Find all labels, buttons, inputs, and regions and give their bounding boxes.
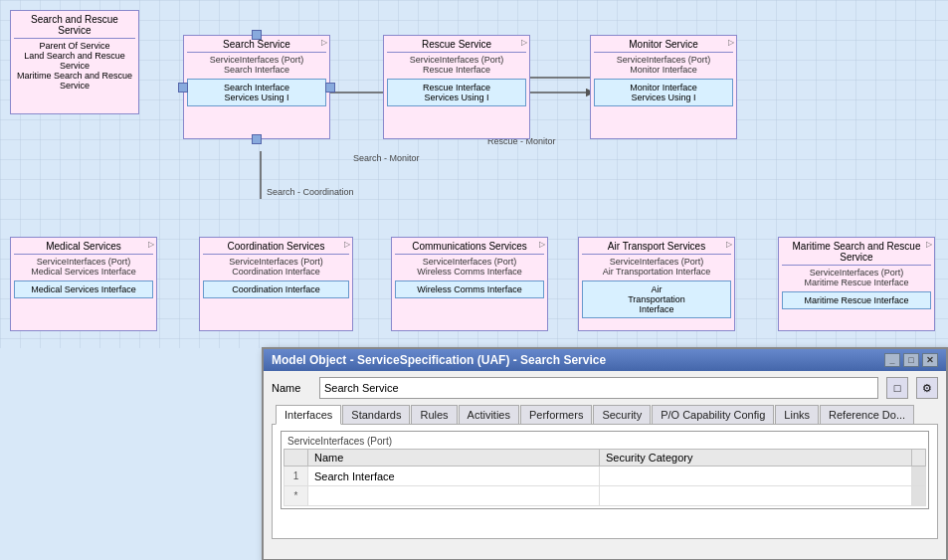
inner-coordination[interactable]: Coordination Interface [203, 280, 349, 298]
box-corner-icon: ▷ [148, 240, 154, 249]
inner-medical[interactable]: Medical Services Interface [14, 280, 153, 298]
tab-reference[interactable]: Reference Do... [820, 405, 914, 424]
modal-body: Name □ ⚙ Interfaces Standards Rules Acti… [264, 371, 946, 545]
box-iface: Rescue Interface [387, 65, 526, 75]
inner-rescue[interactable]: Rescue Interface Services Using I [387, 79, 526, 106]
box-title-search-service: Search Service [187, 39, 326, 53]
col-name: Name [308, 450, 600, 467]
box-iface: Maritime Rescue Interface [782, 278, 931, 287]
box-subtitle: ServiceInterfaces (Port) [582, 257, 731, 267]
box-subtitle: ServiceInterfaces (Port) [187, 55, 326, 65]
inner-comms[interactable]: Wireless Comms Interface [395, 280, 544, 298]
box-corner-icon: ▷ [521, 38, 527, 47]
uml-box-medical-services[interactable]: ▷ Medical Services ServiceInterfaces (Po… [10, 237, 157, 331]
box-subtitle: ServiceInterfaces (Port) [782, 268, 931, 278]
scrollbar-cell-empty [912, 486, 926, 506]
diagram-canvas: Search - Monitor Rescue - Monitor Search… [0, 0, 948, 348]
box-iface: Monitor Interface [594, 65, 733, 75]
name-label: Name [272, 382, 311, 394]
row-security-empty[interactable] [599, 486, 911, 506]
tab-security[interactable]: Security [593, 405, 651, 424]
box-title-medical: Medical Services [14, 241, 153, 255]
box-subtitle: ServiceInterfaces (Port) [387, 55, 526, 65]
box-corner-icon: ▷ [539, 240, 545, 249]
col-num [284, 450, 308, 467]
box-subtitle: ServiceInterfaces (Port) [203, 257, 349, 267]
tab-interfaces[interactable]: Interfaces [276, 405, 341, 425]
box-iface: Air Transportation Interface [582, 267, 731, 277]
service-interfaces-group: ServiceInterfaces (Port) Name Security C… [281, 431, 929, 509]
svg-text:Search - Monitor: Search - Monitor [353, 153, 420, 163]
inner-search[interactable]: Search Interface Services Using I [187, 79, 326, 106]
tab-activities[interactable]: Activities [459, 405, 519, 424]
tab-standards[interactable]: Standards [342, 405, 410, 424]
box-corner-icon: ▷ [926, 240, 932, 249]
row-num-empty: * [284, 486, 308, 506]
box-corner-icon: ▷ [321, 38, 327, 47]
uml-box-search-rescue[interactable]: Search and Rescue Service Parent Of Serv… [10, 10, 139, 114]
tabs-row: Interfaces Standards Rules Activities Pe… [272, 405, 938, 425]
box-item: Parent Of Service [14, 41, 135, 51]
box-title-air-transport: Air Transport Services [582, 241, 731, 255]
box-item: Maritime Search and Rescue Service [14, 71, 135, 91]
table-row-empty[interactable]: * [284, 486, 926, 506]
modal-titlebar: Model Object - ServiceSpecification (UAF… [264, 349, 946, 371]
table-row[interactable]: 1 Search Interface [284, 467, 926, 486]
modal-titlebar-buttons: _ □ ✕ [884, 353, 938, 367]
box-title-coordination: Coordination Services [203, 241, 349, 255]
box-subtitle: ServiceInterfaces (Port) [594, 55, 733, 65]
scrollbar-cell-1 [912, 467, 926, 486]
box-iface: Search Interface [187, 65, 326, 75]
modal-dialog[interactable]: Model Object - ServiceSpecification (UAF… [262, 347, 948, 560]
row-security-1[interactable] [599, 467, 911, 486]
uml-box-maritime-search-rescue[interactable]: ▷ Maritime Search and Rescue Service Ser… [778, 237, 935, 331]
box-title-rescue-service: Rescue Service [387, 39, 526, 53]
anchor-right [325, 83, 335, 93]
name-row: Name □ ⚙ [272, 377, 938, 399]
tab-links[interactable]: Links [775, 405, 819, 424]
tab-po-capability[interactable]: P/O Capability Config [652, 405, 774, 424]
inner-maritime[interactable]: Maritime Rescue Interface [782, 291, 931, 309]
name-input[interactable] [319, 377, 878, 399]
tab-content-interfaces: ServiceInterfaces (Port) Name Security C… [272, 425, 938, 539]
box-subtitle: ServiceInterfaces (Port) [395, 257, 544, 267]
inner-monitor[interactable]: Monitor Interface Services Using I [594, 79, 733, 106]
row-name-empty[interactable] [308, 486, 600, 506]
anchor-left [178, 83, 188, 93]
box-title-search-rescue: Search and Rescue Service [14, 14, 135, 39]
modal-title: Model Object - ServiceSpecification (UAF… [272, 353, 606, 367]
group-title: ServiceInterfaces (Port) [284, 434, 926, 449]
box-title-maritime: Maritime Search and Rescue Service [782, 241, 931, 266]
col-security: Security Category [599, 450, 911, 467]
anchor-top [252, 30, 262, 40]
uml-box-communications-services[interactable]: ▷ Communications Services ServiceInterfa… [391, 237, 548, 331]
row-name-1[interactable]: Search Interface [308, 467, 600, 486]
row-num-1: 1 [284, 467, 308, 486]
anchor-bottom [252, 134, 262, 144]
interfaces-table: Name Security Category 1 Search Interfac… [284, 449, 926, 506]
name-icon-btn-1[interactable]: □ [886, 377, 908, 399]
box-title-monitor-service: Monitor Service [594, 39, 733, 53]
box-corner-icon: ▷ [344, 240, 350, 249]
minimize-button[interactable]: _ [884, 353, 900, 367]
tab-rules[interactable]: Rules [411, 405, 457, 424]
uml-box-rescue-service[interactable]: ▷ Rescue Service ServiceInterfaces (Port… [383, 35, 530, 139]
uml-box-monitor-service[interactable]: ▷ Monitor Service ServiceInterfaces (Por… [590, 35, 737, 139]
tab-performers[interactable]: Performers [520, 405, 592, 424]
box-title-communications: Communications Services [395, 241, 544, 255]
uml-box-search-service[interactable]: ▷ Search Service ServiceInterfaces (Port… [183, 35, 330, 139]
inner-air[interactable]: Air Transportation Interface [582, 280, 731, 318]
uml-box-air-transport[interactable]: ▷ Air Transport Services ServiceInterfac… [578, 237, 735, 331]
svg-text:Search - Coordination: Search - Coordination [267, 187, 354, 197]
box-corner-icon: ▷ [728, 38, 734, 47]
uml-box-coordination-services[interactable]: ▷ Coordination Services ServiceInterface… [199, 237, 353, 331]
name-icon-btn-2[interactable]: ⚙ [916, 377, 938, 399]
scrollbar-header [912, 450, 926, 467]
box-iface: Medical Services Interface [14, 267, 153, 277]
box-iface: Coordination Interface [203, 267, 349, 277]
box-iface: Wireless Comms Interface [395, 267, 544, 277]
box-subtitle: ServiceInterfaces (Port) [14, 257, 153, 267]
box-corner-icon: ▷ [726, 240, 732, 249]
close-button[interactable]: ✕ [922, 353, 938, 367]
maximize-button[interactable]: □ [903, 353, 919, 367]
